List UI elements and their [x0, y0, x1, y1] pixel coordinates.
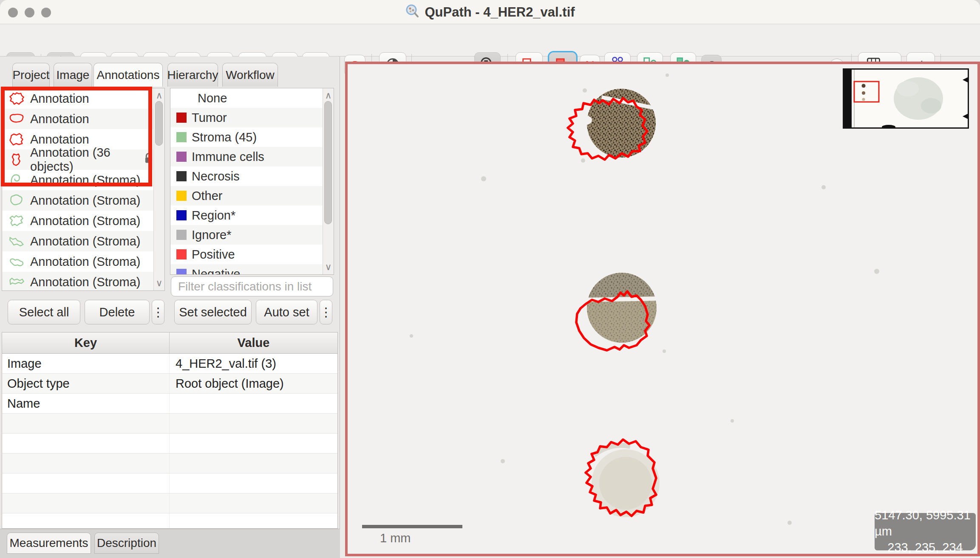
property-key: Object type	[2, 374, 170, 393]
value-column-header[interactable]: Value	[170, 333, 337, 353]
class-item-label: Other	[192, 189, 223, 203]
scrollbar-thumb[interactable]	[155, 101, 163, 146]
scroll-down-icon[interactable]: ∨	[323, 262, 334, 273]
class-item[interactable]: None	[170, 88, 323, 108]
table-row[interactable]: Object type Root object (Image)	[2, 374, 337, 394]
annotation-more-button[interactable]: ⋮	[152, 300, 164, 324]
class-list-scrollbar[interactable]: ∧ ∨	[323, 88, 334, 274]
class-item[interactable]: Ignore*	[170, 225, 323, 245]
annotation-item[interactable]: Annotation (Stroma)	[2, 190, 154, 211]
class-more-button[interactable]: ⋮	[320, 300, 332, 324]
main-toolbar: S 0.67x N C	[0, 24, 980, 56]
class-color-swatch	[176, 171, 187, 181]
class-item-label: Immune cells	[192, 150, 264, 164]
annotation-list-scrollbar[interactable]: ∧ ∨	[153, 88, 164, 290]
cursor-position-text: 5147.30, 5995.31 µm	[875, 507, 976, 539]
class-color-swatch	[176, 230, 187, 240]
class-item-label: Positive	[192, 248, 235, 262]
pixel-value-text: 233, 235, 234	[887, 540, 963, 554]
table-row	[2, 454, 337, 473]
slide-canvas[interactable]	[348, 64, 977, 554]
annotation-item[interactable]: Annotation (Stroma)	[2, 211, 154, 231]
tab-workflow[interactable]: Workflow	[222, 63, 278, 87]
tab-measurements-label: Measurements	[9, 536, 88, 550]
class-item-label: Tumor	[192, 111, 227, 125]
class-item[interactable]: Necrosis	[170, 166, 323, 186]
property-key: Image	[2, 354, 170, 373]
class-item[interactable]: Other	[170, 186, 323, 206]
tissue-core-bottom[interactable]	[586, 440, 660, 517]
select-all-label: Select all	[19, 305, 69, 319]
class-color-swatch	[176, 113, 187, 123]
annotation-object-list: Annotation Annotation Annotation Annotat…	[2, 88, 165, 291]
slide-label-bar	[844, 70, 852, 127]
class-item-label: None	[198, 91, 227, 105]
window-title: QuPath - 4_HER2_val.tif	[425, 5, 575, 20]
key-column-header[interactable]: Key	[2, 333, 170, 353]
annotation-shape-icon	[8, 91, 25, 106]
annotation-item[interactable]: Annotation (Stroma)	[2, 251, 154, 272]
class-item-label: Ignore*	[192, 228, 232, 242]
class-item[interactable]: Stroma (45)	[170, 127, 323, 147]
tissue-core-middle[interactable]	[576, 273, 658, 350]
delete-button[interactable]: Delete	[85, 300, 150, 324]
tab-image-label: Image	[57, 68, 90, 82]
table-row	[2, 493, 337, 513]
annotation-item[interactable]: Annotation	[2, 88, 154, 109]
tab-description[interactable]: Description	[94, 533, 159, 554]
annotation-item-label: Annotation (Stroma)	[30, 255, 141, 269]
measurements-tab-strip: Measurements Description	[0, 529, 340, 558]
tab-workflow-label: Workflow	[226, 68, 275, 82]
class-color-swatch	[176, 210, 187, 220]
tab-image[interactable]: Image	[54, 63, 92, 87]
auto-set-button[interactable]: Auto set	[256, 300, 317, 324]
table-row	[2, 513, 337, 529]
class-item[interactable]: Tumor	[170, 108, 323, 127]
auto-set-label: Auto set	[264, 305, 309, 319]
annotation-item-label: Annotation (Stroma)	[30, 194, 141, 208]
select-all-button[interactable]: Select all	[8, 300, 80, 324]
scroll-up-icon[interactable]: ∧	[323, 90, 334, 101]
class-color-swatch	[176, 191, 187, 201]
class-item[interactable]: Negative	[170, 264, 323, 275]
scroll-down-icon[interactable]: ∨	[154, 278, 164, 289]
tissue-core-top[interactable]	[568, 89, 656, 160]
set-selected-button[interactable]: Set selected	[174, 300, 252, 324]
overview-viewport-rect[interactable]	[854, 82, 879, 102]
image-viewer[interactable]: 1 mm 5147.30, 5995.31 µm 233, 235, 234	[345, 62, 980, 556]
filter-classifications-input[interactable]	[171, 276, 333, 296]
table-row	[2, 414, 337, 434]
annotation-item[interactable]: Annotation (Stroma)	[2, 231, 154, 251]
set-selected-label: Set selected	[179, 305, 247, 319]
scrollbar-thumb[interactable]	[324, 101, 332, 224]
annotation-item-label: Annotation (Stroma)	[30, 275, 141, 289]
more-icon: ⋮	[320, 305, 332, 319]
cursor-location-box: 5147.30, 5995.31 µm 233, 235, 234	[875, 513, 976, 550]
class-item[interactable]: Immune cells	[170, 147, 323, 166]
class-item-label: Necrosis	[192, 169, 240, 183]
annotation-shape-icon	[8, 193, 25, 208]
scale-bar	[362, 525, 462, 528]
annotation-item-label: Annotation (Stroma)	[30, 173, 141, 187]
annotation-item[interactable]: Annotation (Stroma)	[2, 170, 154, 190]
tab-annotations[interactable]: Annotations	[93, 63, 163, 87]
annotation-item-label: Annotation	[30, 112, 89, 126]
annotation-item[interactable]: Annotation	[2, 109, 154, 129]
table-row[interactable]: Image 4_HER2_val.tif (3)	[2, 354, 337, 374]
tab-project-label: Project	[12, 68, 49, 82]
annotation-item[interactable]: Annotation (Stroma)	[2, 272, 154, 291]
class-item[interactable]: Region*	[170, 206, 323, 225]
tab-measurements[interactable]: Measurements	[7, 533, 91, 554]
overview-thumbnail[interactable]	[843, 68, 969, 129]
property-key: Name	[2, 394, 170, 413]
property-value: 4_HER2_val.tif (3)	[170, 354, 337, 373]
table-row[interactable]: Name	[2, 394, 337, 414]
qupath-window: QuPath - 4_HER2_val.tif	[0, 0, 980, 558]
annotation-shape-icon	[8, 274, 25, 290]
tab-hierarchy[interactable]: Hierarchy	[167, 63, 218, 87]
scroll-up-icon[interactable]: ∧	[154, 90, 164, 101]
tab-project[interactable]: Project	[12, 63, 50, 87]
annotation-item[interactable]: Annotation (36 objects)	[2, 149, 154, 170]
class-item[interactable]: Positive	[170, 245, 323, 264]
lock-icon	[143, 152, 154, 168]
